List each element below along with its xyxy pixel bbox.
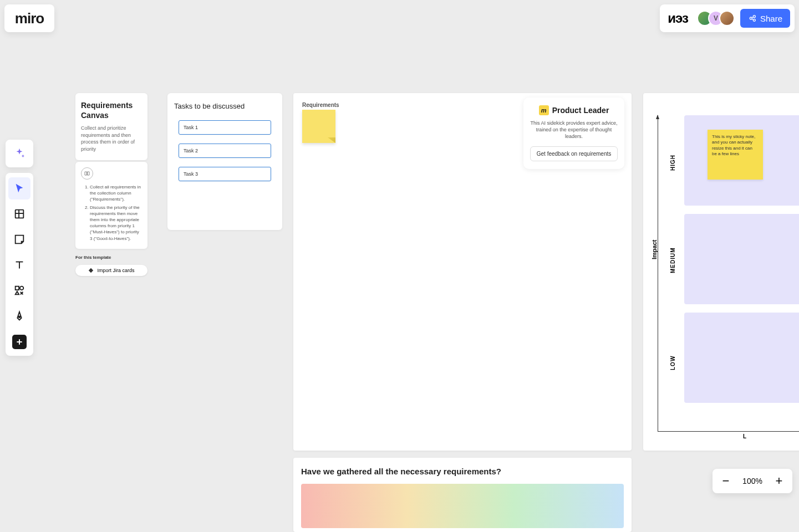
task-card[interactable]: Task 1: [179, 120, 271, 135]
jira-icon: [88, 268, 94, 273]
product-leader-card[interactable]: m Product Leader This AI sidekick provid…: [523, 98, 624, 169]
miro-icon: m: [539, 105, 549, 115]
ai-tool[interactable]: [6, 140, 33, 167]
text-icon: [13, 259, 26, 271]
collaborator-avatars[interactable]: V: [697, 11, 735, 26]
matrix-cell-low[interactable]: [684, 313, 799, 403]
shapes-tool[interactable]: [8, 279, 30, 301]
template-label: For this template: [75, 255, 111, 260]
y-axis: [658, 115, 658, 431]
requirements-canvas-panel[interactable]: Requirements Canvas Collect and prioriti…: [75, 93, 147, 160]
sparkle-icon: [13, 147, 26, 160]
svg-point-9: [20, 287, 23, 290]
sticky-note-icon: [13, 233, 26, 245]
x-axis-low-label: L: [743, 433, 746, 439]
select-tool[interactable]: [8, 177, 30, 200]
cursor-icon: [13, 182, 26, 195]
steps-list: Collect all requirements in the collecti…: [81, 184, 142, 242]
sticky-note[interactable]: [302, 110, 335, 143]
question-title: Have we gathered all the necessary requi…: [301, 467, 624, 476]
pen-tool[interactable]: [8, 305, 30, 327]
product-leader-title: Product Leader: [552, 106, 609, 115]
sticky-note[interactable]: This is my sticky note, and you can actu…: [708, 130, 763, 180]
zoom-controls: − 100% +: [713, 469, 792, 493]
svg-rect-8: [16, 287, 19, 290]
matrix-cell-medium[interactable]: [684, 214, 799, 304]
tasks-panel[interactable]: Tasks to be discussed Task 1 Task 2 Task…: [167, 93, 282, 230]
logo-text: miro: [15, 10, 44, 27]
import-label: Import Jira cards: [97, 268, 134, 273]
frame-tool[interactable]: [8, 203, 30, 225]
svg-point-2: [753, 19, 755, 21]
low-label: LOW: [670, 356, 676, 370]
product-leader-desc: This AI sidekick provides expert advice,…: [530, 120, 618, 140]
svg-point-0: [750, 17, 752, 19]
share-button[interactable]: Share: [740, 9, 790, 28]
logo[interactable]: miro: [4, 4, 54, 32]
svg-point-10: [19, 316, 21, 318]
zoom-level[interactable]: 100%: [742, 477, 762, 485]
top-right-bar: иэз V Share: [660, 4, 795, 32]
zoom-in-button[interactable]: +: [771, 473, 787, 489]
task-card[interactable]: Task 2: [179, 144, 271, 158]
add-tool[interactable]: [12, 335, 27, 349]
pen-icon: [13, 310, 26, 322]
text-tool[interactable]: [8, 254, 30, 276]
frame-icon: [13, 208, 26, 220]
board-name[interactable]: иэз: [664, 11, 691, 26]
medium-label: MEDIUM: [670, 247, 676, 273]
left-toolbar: [6, 173, 33, 356]
sticky-text: This is my sticky note, and you can actu…: [712, 134, 755, 156]
requirements-column-label: Requirements: [302, 102, 339, 108]
share-icon: [748, 14, 757, 23]
shapes-icon: [13, 284, 26, 296]
svg-point-1: [753, 16, 755, 18]
plus-icon: [15, 337, 24, 346]
panel-title: Requirements Canvas: [81, 101, 142, 120]
gradient-scale[interactable]: [301, 484, 624, 528]
impact-matrix-frame[interactable]: Impact HIGH MEDIUM LOW This is my sticky…: [643, 93, 799, 451]
panel-desc: Collect and prioritize requirements and …: [81, 125, 142, 152]
question-frame[interactable]: Have we gathered all the necessary requi…: [293, 458, 632, 532]
task-card[interactable]: Task 3: [179, 167, 271, 181]
high-label: HIGH: [670, 155, 676, 171]
avatar[interactable]: [719, 11, 735, 26]
x-axis: [658, 431, 799, 432]
step-item: Collect all requirements in the collecti…: [90, 184, 142, 203]
book-icon: [81, 167, 93, 180]
zoom-out-button[interactable]: −: [718, 473, 734, 489]
steps-panel[interactable]: Collect all requirements in the collecti…: [75, 162, 147, 249]
step-item: Discuss the priority of the requirements…: [90, 204, 142, 242]
product-leader-header: m Product Leader: [530, 105, 618, 115]
y-axis-label: Impact: [651, 240, 658, 259]
tasks-title: Tasks to be discussed: [174, 102, 276, 110]
import-jira-button[interactable]: Import Jira cards: [75, 265, 147, 276]
sticky-note-tool[interactable]: [8, 228, 30, 250]
get-feedback-button[interactable]: Get feedback on requirements: [530, 146, 618, 161]
share-label: Share: [760, 14, 782, 23]
